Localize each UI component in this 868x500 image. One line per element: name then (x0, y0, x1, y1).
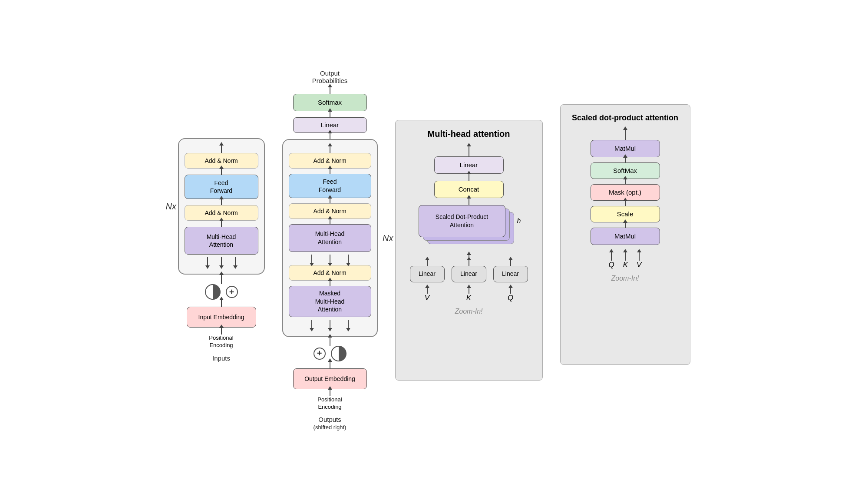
decoder-arrow-1 (330, 111, 330, 117)
sdp-inner-stack: MatMul SoftMax Mask (opt.) Scale MatMul (571, 129, 680, 269)
mha-linear-q: Linear (493, 266, 528, 282)
mha-sdpa-main: Scaled Dot-ProductAttention (419, 205, 505, 237)
sdp-arrow-top (625, 129, 626, 140)
sdp-v-label: V (637, 261, 641, 269)
sdp-matmul-bottom: MatMul (591, 228, 660, 245)
encoder-inputs-label: Inputs (212, 354, 230, 362)
decoder-stack: OutputProbabilities Softmax Linear Nx Ad… (282, 70, 378, 431)
dec-arr-ff (330, 169, 330, 174)
decoder-arrow-3 (330, 337, 330, 346)
mha-zoom-label: Zoom-In! (455, 308, 482, 315)
dec-arr-bk (330, 320, 330, 328)
mha-arrow-2 (469, 198, 469, 205)
mha-q-label: Q (508, 294, 513, 302)
encoder-feed-forward: FeedForward (185, 175, 258, 199)
encoder-arrow-7 (221, 328, 222, 334)
encoder-arrow-6 (221, 300, 222, 307)
mha-v-label: V (425, 294, 429, 302)
decoder-outputs-label: Outputs(shifted right) (314, 416, 347, 430)
decoder-block-container: Add & Norm FeedForward Add & Norm Multi-… (282, 139, 378, 337)
dec-arr-mask (330, 281, 330, 286)
encoder-multi-head-attention: Multi-HeadAttention (185, 227, 258, 255)
mha-linear-v: Linear (410, 266, 445, 282)
sdp-k-label: K (623, 261, 628, 269)
encoder-section: Nx Add & Norm FeedForward Add & Norm (178, 138, 265, 362)
decoder-arrow-5 (330, 389, 330, 396)
decoder-output-prob-label: OutputProbabilities (312, 70, 348, 84)
decoder-feed-forward: FeedForward (289, 174, 371, 198)
encoder-pos-enc-symbol (205, 284, 221, 300)
dec-arr-a2 (330, 198, 330, 203)
encoder-pos-enc-label: PositionalEncoding (209, 334, 233, 349)
decoder-plus-symbol: + (314, 348, 326, 360)
sdp-qkv-labels: Q K V (609, 252, 642, 269)
multi-head-attention-panel: Multi-head attention Linear Concat Scale… (395, 120, 543, 381)
page-layout: Nx Add & Norm FeedForward Add & Norm (161, 56, 708, 444)
encoder-arrow-2 (221, 169, 222, 175)
mha-panel-title: Multi-head attention (428, 129, 510, 139)
decoder-arrow-top (330, 87, 330, 94)
dec-arr-v (311, 255, 312, 263)
encoder-arrow-3 (221, 199, 222, 205)
mha-linear-k: Linear (452, 266, 486, 282)
encoder-arrow-5 (221, 275, 222, 284)
decoder-pos-enc-symbol (331, 346, 347, 361)
mha-vkq-labels: V K Q (410, 288, 528, 302)
sdp-q-label: Q (609, 261, 614, 269)
enc-arr-k (221, 257, 222, 266)
encoder-stack: Nx Add & Norm FeedForward Add & Norm (178, 138, 265, 362)
decoder-arrow-2 (330, 133, 330, 139)
dec-arr-k (330, 255, 330, 263)
encoder-nx-label: Nx (166, 202, 176, 212)
mha-arrow-1 (469, 174, 469, 181)
mha-inner-stack: Linear Concat Scaled Dot-ProductAttentio… (406, 146, 532, 302)
encoder-arrow-4 (221, 221, 222, 227)
mha-sdpa-stack: Scaled Dot-ProductAttention h (417, 205, 521, 253)
mha-linear-row: Linear Linear Linear (410, 260, 528, 282)
decoder-nx-label: Nx (383, 233, 393, 243)
dec-arr-mha (330, 219, 330, 224)
decoder-section: OutputProbabilities Softmax Linear Nx Ad… (282, 70, 378, 431)
mha-arrow-top (469, 146, 469, 156)
mha-h-label: h (517, 217, 521, 225)
dec-arr-bq (348, 320, 349, 328)
main-container: Nx Add & Norm FeedForward Add & Norm (0, 0, 868, 500)
sdp-zoom-label: Zoom-In! (611, 275, 639, 282)
dec-arr-bv (311, 320, 312, 328)
encoder-plus-symbol: + (226, 286, 238, 298)
encoder-block-container: Add & Norm FeedForward Add & Norm Multi-… (178, 138, 265, 275)
dec-arr-a1 (330, 146, 330, 153)
sdp-panel-title: Scaled dot-product attention (572, 113, 678, 123)
scaled-dot-product-panel: Scaled dot-product attention MatMul Soft… (560, 104, 690, 365)
decoder-pos-enc-label: PositionalEncoding (317, 396, 342, 411)
encoder-arrow-1 (221, 145, 222, 153)
enc-arr-v (207, 257, 208, 266)
decoder-masked-attention: MaskedMulti-HeadAttention (289, 286, 371, 317)
enc-arr-q (235, 257, 236, 266)
dec-arr-q (348, 255, 349, 263)
decoder-multi-head-attention: Multi-HeadAttention (289, 224, 371, 252)
mha-k-label: K (466, 294, 471, 302)
decoder-arrow-4 (330, 361, 330, 368)
